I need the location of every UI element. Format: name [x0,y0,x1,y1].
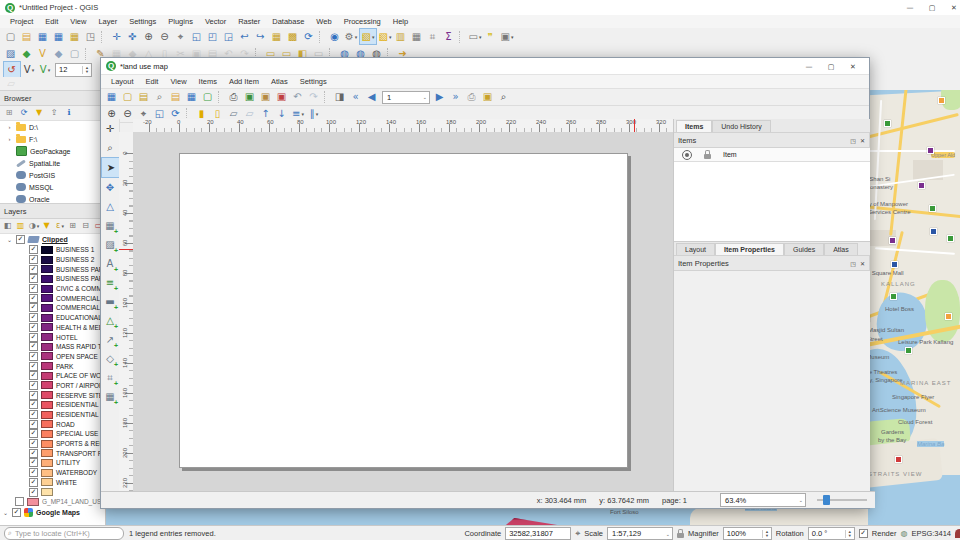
zoom-level-combobox[interactable]: 63.4% ⌄ [720,493,806,507]
print-atlas-button[interactable]: ⎙ [464,90,480,105]
item-properties-header[interactable]: Item Properties ◳✕ [674,255,870,271]
edit-nodes-tool[interactable]: △ [101,197,119,216]
menu-item[interactable]: Add Item [223,75,265,88]
add-pages-button[interactable]: ▢ [200,90,216,105]
zoom-layout-tool[interactable]: ⌕ [101,138,119,157]
add-label-tool[interactable]: A [101,254,119,273]
new-virtual-layer-button[interactable]: ▢ [67,46,83,61]
legend-entry[interactable] [0,487,105,497]
menu-item[interactable]: View [64,15,92,28]
legend-visibility-checkbox[interactable] [29,265,38,274]
menu-item[interactable]: Processing [338,15,387,28]
add-shape-tool[interactable]: △ [101,311,119,330]
close-panel-button[interactable]: ✕ [860,260,865,267]
items-panel-header[interactable]: Items ◳✕ [674,132,870,148]
browser-item[interactable]: GeoPackage [0,145,105,157]
browser-item[interactable]: MSSQL [0,181,105,193]
legend-visibility-checkbox[interactable] [29,313,38,322]
menu-item[interactable]: Items [193,75,223,88]
layer-visibility-checkbox[interactable] [12,508,21,517]
float-panel-button[interactable]: ◳ [850,137,856,144]
legend-entry[interactable]: RESIDENTIAL WIT [0,410,105,420]
zoom-next-button[interactable]: ↪ [253,29,269,44]
zoom-slider-handle[interactable] [823,495,830,505]
menu-item[interactable]: Edit [39,15,64,28]
legend-visibility-checkbox[interactable] [29,303,38,312]
legend-entry[interactable]: ROAD [0,419,105,429]
legend-entry[interactable]: UTILITY [0,458,105,468]
minimize-button[interactable]: — [899,1,921,14]
dock-tab[interactable]: Items [676,120,712,132]
messages-icon[interactable] [955,529,960,538]
legend-entry[interactable]: OPEN SPACE [0,352,105,362]
refresh-map-button[interactable]: ⟳ [301,29,317,44]
toolbar-separator[interactable] [85,48,91,60]
spinner-arrows-icon[interactable]: ▲▼ [82,66,91,74]
collapse-all-button[interactable]: ⊟ [80,220,92,232]
maximize-button[interactable]: ▢ [820,60,842,73]
legend-entry[interactable]: COMMERCIAL & R [0,303,105,313]
export-pdf-button[interactable]: ▣ [274,90,290,105]
legend-entry[interactable]: RESERVE SITE [0,390,105,400]
add-arrow-tool[interactable]: ↗ [101,330,119,349]
legend-entry[interactable]: EDUCATIONAL IN [0,313,105,323]
undo-button[interactable]: ↶ [290,90,306,105]
expander-icon[interactable]: ⌄ [2,509,9,516]
identify-features-button[interactable]: ◉ [327,29,343,44]
browser-add-button[interactable]: ⊞ [2,107,16,119]
map-tips-button[interactable]: ❞ [483,29,499,44]
menu-item[interactable]: Vector [199,15,232,28]
print-button[interactable]: ⎙ [226,90,242,105]
legend-visibility-checkbox[interactable] [29,449,38,458]
label-style-v2-button[interactable]: V▾ [37,62,53,77]
legend-entry[interactable]: PLACE OF WORSH [0,371,105,381]
menu-item[interactable]: Plugins [162,15,199,28]
browser-panel-header[interactable]: Browser [0,90,105,106]
deselect-features-button[interactable]: ▧▾ [377,29,393,44]
spinner-arrows-icon[interactable]: ▲▼ [762,530,771,538]
close-button[interactable]: ✕ [842,60,864,73]
scale-lock-icon[interactable] [677,533,684,538]
save-project-as-button[interactable]: ▦ [51,29,67,44]
add-picture-tool[interactable]: ▨ [101,235,119,254]
crs-globe-icon[interactable]: ◍ [900,530,907,538]
scale-combobox[interactable]: 1:57,129 ⌄ [607,527,673,540]
legend-entry[interactable]: TRANSPORT FAC [0,448,105,458]
browser-filter-button[interactable]: ▼ [32,107,46,119]
legend-visibility-checkbox[interactable] [29,420,38,429]
legend-visibility-checkbox[interactable] [29,333,38,342]
select-features-button[interactable]: ▧▾ [359,28,377,45]
layer-visibility-checkbox[interactable] [15,497,24,506]
legend-entry[interactable]: BUSINESS PARK [0,264,105,274]
menu-item[interactable]: Raster [232,15,266,28]
legend-visibility-checkbox[interactable] [29,381,38,390]
open-project-button[interactable]: ▤ [19,29,35,44]
filter-expression-button[interactable]: ε▾ [54,220,66,232]
legend-visibility-checkbox[interactable] [29,468,38,477]
dock-tab[interactable]: Layout [676,243,715,255]
legend-visibility-checkbox[interactable] [29,362,38,371]
legend-visibility-checkbox[interactable] [29,352,38,361]
legend-entry[interactable]: RESIDENTIAL [0,400,105,410]
add-html-tool[interactable]: ⌗ [101,368,119,387]
add-group-button[interactable]: ▥ [15,220,27,232]
zoom-out-button[interactable]: ⊖ [157,29,173,44]
layout-manager-button[interactable]: ⌕ [152,90,168,105]
layout-manager-button[interactable]: ◳ [83,29,99,44]
legend-entry[interactable]: PORT / AIRPORT [0,381,105,391]
dock-tab[interactable]: Atlas [824,243,858,255]
new-shapefile-layer-button[interactable]: V [35,46,51,61]
zoom-in-button[interactable]: ⊕ [141,29,157,44]
export-atlas-button[interactable]: ▣ [480,90,496,105]
toolbar-separator[interactable] [324,91,330,103]
legend-visibility-checkbox[interactable] [29,439,38,448]
menu-item[interactable]: Atlas [265,75,294,88]
legend-visibility-checkbox[interactable] [29,294,38,303]
layout-titlebar[interactable]: Q *land use map —▢✕ [101,58,869,75]
legend-visibility-checkbox[interactable] [29,284,38,293]
menu-item[interactable]: Database [266,15,310,28]
dock-tab[interactable]: Guides [784,243,824,255]
pan-to-selection-button[interactable]: ✜ [125,29,141,44]
legend-visibility-checkbox[interactable] [29,458,38,467]
spinner-arrows-icon[interactable]: ▲▼ [845,530,854,538]
